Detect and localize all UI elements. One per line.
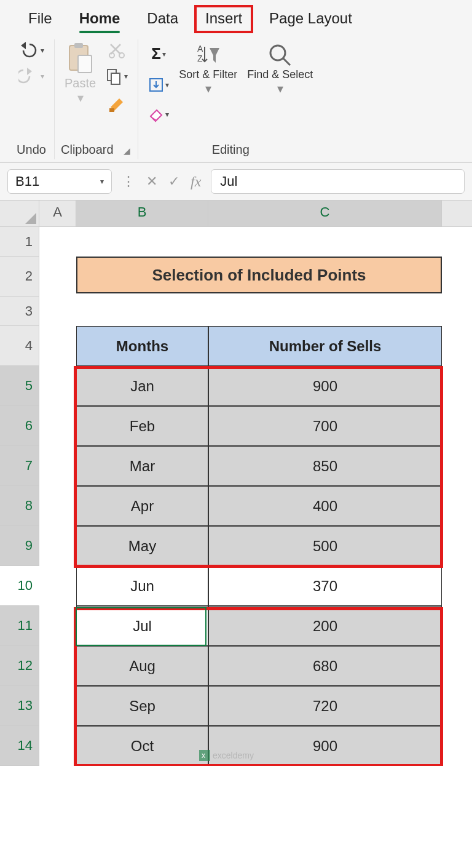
paste-label: Paste <box>65 76 96 90</box>
fx-icon[interactable]: fx <box>191 173 201 190</box>
data-cell[interactable]: 500 <box>208 526 442 566</box>
tab-file[interactable]: File <box>17 5 63 33</box>
ribbon-tabs: File Home Data Insert Page Layout <box>0 0 472 33</box>
svg-line-12 <box>283 58 290 65</box>
tab-pagelayout[interactable]: Page Layout <box>258 5 363 33</box>
sort-filter-label: Sort & Filter <box>179 69 237 81</box>
paste-button[interactable]: Paste ▾ <box>61 39 100 108</box>
row-header[interactable]: 14 <box>0 726 39 766</box>
data-cell[interactable]: Jul <box>76 606 208 646</box>
group-undo: ▾ ▾ Undo <box>9 39 55 159</box>
row-header[interactable]: 7 <box>0 446 39 486</box>
row-header[interactable]: 11 <box>0 606 39 646</box>
data-cell[interactable]: 900 <box>208 366 442 406</box>
row-header[interactable]: 10 <box>0 566 39 606</box>
row-header[interactable]: 6 <box>0 406 39 446</box>
row-header[interactable]: 8 <box>0 486 39 526</box>
row-header[interactable]: 5 <box>0 366 39 406</box>
group-label-clipboard: Clipboard <box>61 140 114 158</box>
svg-rect-2 <box>78 55 92 73</box>
row-header[interactable]: 12 <box>0 646 39 686</box>
svg-rect-6 <box>111 73 120 84</box>
enter-icon[interactable]: ✓ <box>168 173 179 190</box>
find-select-button[interactable]: Find & Select ▾ <box>243 39 317 98</box>
format-painter-button[interactable] <box>103 91 130 116</box>
chevron-down-icon: ▾ <box>41 72 44 81</box>
clear-button[interactable]: ▾ <box>144 104 173 125</box>
name-box[interactable]: B11 ▾ <box>7 169 112 194</box>
row-header[interactable]: 13 <box>0 686 39 726</box>
svg-point-11 <box>270 46 285 60</box>
data-cell[interactable]: Aug <box>76 646 208 686</box>
tab-insert[interactable]: Insert <box>194 5 253 33</box>
formula-input[interactable]: Jul <box>211 169 465 194</box>
data-cell[interactable]: Mar <box>76 446 208 486</box>
row-header[interactable]: 1 <box>0 227 39 257</box>
data-cell[interactable]: Sep <box>76 686 208 726</box>
col-header-C[interactable]: C <box>208 201 442 226</box>
dialog-launcher-icon[interactable]: ◢ <box>124 146 132 158</box>
chevron-down-icon[interactable]: ▾ <box>100 177 104 186</box>
data-cell[interactable]: Oct <box>76 726 208 766</box>
data-cell[interactable]: Jun <box>76 566 208 606</box>
data-cell[interactable]: 370 <box>208 566 442 606</box>
watermark: x exceldemy <box>199 750 254 761</box>
data-cell[interactable]: Feb <box>76 406 208 446</box>
redo-button[interactable]: ▾ <box>15 65 48 87</box>
header-sells[interactable]: Number of Sells <box>208 326 442 366</box>
data-cell[interactable]: May <box>76 526 208 566</box>
row-header[interactable]: 3 <box>0 297 39 326</box>
svg-text:x: x <box>202 751 205 760</box>
cells-area[interactable]: Selection of Included Points Months Numb… <box>39 227 472 766</box>
cut-button[interactable] <box>104 39 129 62</box>
data-cell[interactable]: 680 <box>208 646 442 686</box>
cancel-icon[interactable]: ✕ <box>146 173 157 190</box>
tab-home[interactable]: Home <box>68 5 132 33</box>
eraser-icon <box>148 106 164 122</box>
row-header[interactable]: 9 <box>0 526 39 566</box>
data-cell[interactable]: 400 <box>208 486 442 526</box>
copy-button[interactable]: ▾ <box>102 65 132 87</box>
data-cell[interactable]: Apr <box>76 486 208 526</box>
search-icon <box>267 42 294 69</box>
grid-body: 1 2 3 4 5 6 7 8 9 10 11 12 13 14 Selecti… <box>0 227 472 766</box>
copy-icon <box>106 68 123 85</box>
name-box-value: B11 <box>15 173 39 189</box>
svg-rect-1 <box>74 43 83 48</box>
data-cell[interactable]: Jan <box>76 366 208 406</box>
chevron-down-icon: ▾ <box>41 46 44 55</box>
formula-bar: B11 ▾ ⋮ ✕ ✓ fx Jul <box>0 162 472 201</box>
data-cell[interactable]: 850 <box>208 446 442 486</box>
fill-down-icon <box>148 77 164 93</box>
col-header-A[interactable]: A <box>39 201 76 226</box>
divider-icon: ⋮ <box>122 173 135 190</box>
autosum-button[interactable]: Σ▾ <box>148 42 170 66</box>
select-all-corner[interactable] <box>0 201 39 226</box>
fill-button[interactable]: ▾ <box>144 74 173 95</box>
svg-text:Z: Z <box>197 54 203 63</box>
undo-button[interactable]: ▾ <box>15 39 48 62</box>
chevron-down-icon: ▾ <box>77 90 84 105</box>
col-header-B[interactable]: B <box>76 201 208 226</box>
clipboard-icon <box>66 42 95 76</box>
header-months[interactable]: Months <box>76 326 208 366</box>
svg-text:A: A <box>197 44 203 54</box>
title-cell[interactable]: Selection of Included Points <box>76 257 442 293</box>
data-cell[interactable]: 200 <box>208 606 442 646</box>
group-label-editing: Editing <box>212 140 250 158</box>
group-label-undo: Undo <box>17 140 46 158</box>
row-header[interactable]: 4 <box>0 326 39 366</box>
chevron-down-icon: ▾ <box>124 72 128 81</box>
svg-point-4 <box>119 53 124 58</box>
sort-filter-button[interactable]: A Z Sort & Filter ▾ <box>175 39 241 98</box>
row-headers: 1 2 3 4 5 6 7 8 9 10 11 12 13 14 <box>0 227 39 766</box>
find-select-label: Find & Select <box>247 69 313 81</box>
sort-filter-icon: A Z <box>195 42 222 69</box>
data-cell[interactable]: 700 <box>208 406 442 446</box>
data-cell[interactable]: 720 <box>208 686 442 726</box>
svg-rect-7 <box>109 108 114 112</box>
brush-icon <box>107 94 127 113</box>
tab-data[interactable]: Data <box>136 5 189 33</box>
column-headers: A B C <box>0 201 472 227</box>
row-header[interactable]: 2 <box>0 257 39 297</box>
